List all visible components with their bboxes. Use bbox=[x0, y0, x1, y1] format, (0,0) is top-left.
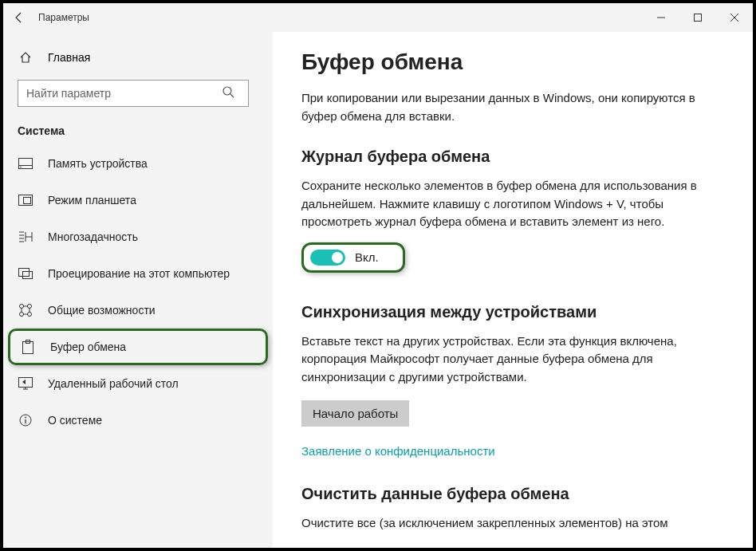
sidebar-item-label: Многозадачность bbox=[48, 230, 138, 243]
maximize-button[interactable] bbox=[679, 3, 716, 32]
intro-text: При копировании или вырезании данных в W… bbox=[301, 89, 716, 125]
sidebar-item-label: Буфер обмена bbox=[50, 340, 126, 353]
svg-point-9 bbox=[20, 305, 24, 309]
category-label: Система bbox=[3, 121, 273, 145]
clear-description: Очистите все (за исключением закрепленны… bbox=[301, 514, 716, 533]
tablet-icon bbox=[18, 195, 33, 206]
clear-section-title: Очистить данные буфера обмена bbox=[301, 485, 724, 503]
app-title: Параметры bbox=[38, 12, 89, 23]
sidebar-item-label: Проецирование на этот компьютер bbox=[48, 267, 230, 280]
sidebar-item-label: Удаленный рабочий стол bbox=[48, 377, 179, 390]
svg-point-4 bbox=[20, 167, 22, 168]
privacy-link[interactable]: Заявление о конфиденциальности bbox=[301, 444, 495, 458]
svg-rect-2 bbox=[19, 159, 33, 166]
sidebar-item-label: Режим планшета bbox=[48, 194, 136, 207]
get-started-button[interactable]: Начало работы bbox=[301, 400, 409, 427]
search-box bbox=[18, 80, 258, 107]
sidebar-item-label: О системе bbox=[48, 414, 102, 427]
sidebar-item-projecting[interactable]: Проецирование на этот компьютер bbox=[3, 255, 273, 292]
home-label: Главная bbox=[48, 51, 90, 64]
home-nav[interactable]: Главная bbox=[3, 46, 273, 69]
sync-description: Вставьте текст на других устройствах. Ес… bbox=[301, 333, 716, 387]
svg-point-11 bbox=[20, 313, 24, 317]
sidebar-item-clipboard[interactable]: Буфер обмена bbox=[8, 329, 268, 365]
back-button[interactable] bbox=[3, 3, 35, 32]
page-title: Буфер обмена bbox=[301, 49, 724, 75]
minimize-icon bbox=[657, 14, 665, 22]
sidebar-item-shared-experiences[interactable]: Общие возможности bbox=[3, 292, 273, 329]
storage-icon bbox=[18, 158, 33, 169]
sidebar-item-remote-desktop[interactable]: Удаленный рабочий стол bbox=[3, 365, 273, 402]
remote-desktop-icon bbox=[18, 377, 33, 390]
svg-rect-6 bbox=[24, 198, 31, 204]
sync-section-title: Синхронизация между устройствами bbox=[301, 303, 724, 321]
history-section-title: Журнал буфера обмена bbox=[301, 148, 724, 166]
titlebar: Параметры bbox=[3, 3, 753, 32]
sidebar-item-label: Память устройства bbox=[48, 157, 148, 170]
svg-point-17 bbox=[25, 417, 26, 419]
close-icon bbox=[730, 14, 738, 22]
shared-experiences-icon bbox=[18, 303, 33, 317]
svg-point-1 bbox=[223, 87, 231, 95]
arrow-left-icon bbox=[13, 11, 26, 24]
clipboard-icon bbox=[20, 340, 36, 354]
close-button[interactable] bbox=[716, 3, 753, 32]
sidebar: Главная Система Память устройства Режим … bbox=[3, 32, 273, 548]
projecting-icon bbox=[18, 268, 33, 279]
sidebar-item-label: Общие возможности bbox=[48, 304, 156, 317]
maximize-icon bbox=[694, 14, 702, 22]
multitasking-icon bbox=[18, 231, 33, 242]
svg-rect-8 bbox=[23, 272, 33, 279]
sidebar-item-about[interactable]: О системе bbox=[3, 402, 273, 439]
search-icon bbox=[222, 85, 234, 101]
svg-rect-7 bbox=[19, 269, 30, 277]
history-description: Сохраните несколько элементов в буфер об… bbox=[301, 177, 716, 231]
history-toggle-highlight: Вкл. bbox=[301, 242, 405, 273]
info-icon bbox=[18, 414, 33, 427]
svg-rect-0 bbox=[695, 14, 702, 22]
content-area: Буфер обмена При копировании или вырезан… bbox=[273, 32, 753, 548]
sidebar-item-multitasking[interactable]: Многозадачность bbox=[3, 218, 273, 255]
history-toggle-label: Вкл. bbox=[355, 250, 379, 264]
minimize-button[interactable] bbox=[643, 3, 679, 32]
search-input[interactable] bbox=[18, 80, 249, 107]
svg-point-12 bbox=[28, 313, 32, 317]
home-icon bbox=[18, 51, 33, 64]
svg-point-10 bbox=[28, 305, 32, 309]
sidebar-item-storage[interactable]: Память устройства bbox=[3, 145, 273, 182]
history-toggle[interactable] bbox=[310, 250, 345, 266]
sidebar-item-tablet-mode[interactable]: Режим планшета bbox=[3, 182, 273, 218]
